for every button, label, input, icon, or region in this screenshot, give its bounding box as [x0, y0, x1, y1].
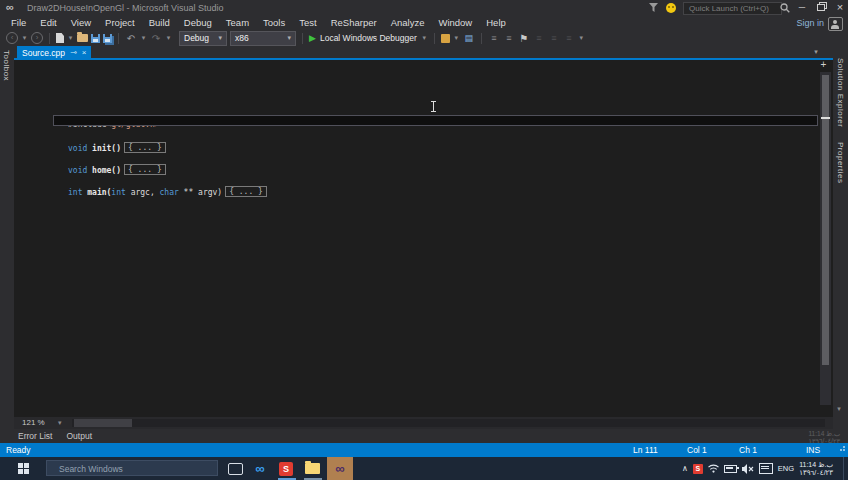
- status-line-number: Ln 111: [633, 445, 658, 455]
- menu-window[interactable]: Window: [431, 16, 479, 30]
- redo-icon[interactable]: ↷: [150, 32, 162, 45]
- task-view-icon[interactable]: [228, 463, 243, 475]
- horizontal-scrollbar-thumb[interactable]: [74, 419, 132, 427]
- pin-icon[interactable]: ⊸: [70, 48, 77, 57]
- menu-debug[interactable]: Debug: [177, 16, 219, 30]
- zoom-dropdown-icon[interactable]: ▾: [58, 419, 62, 427]
- collapsed-region[interactable]: { ... }: [124, 142, 166, 153]
- save-icon[interactable]: [91, 34, 100, 43]
- find-in-files-icon[interactable]: ▤: [463, 32, 475, 45]
- menu-analyze[interactable]: Analyze: [384, 16, 432, 30]
- redo-dropdown-icon[interactable]: ▾: [165, 34, 172, 42]
- code-editor[interactable]: #include<gl/glut.h> void init(){ ... } v…: [14, 60, 833, 417]
- error-list-tab[interactable]: Error List: [18, 431, 52, 441]
- undo-dropdown-icon[interactable]: ▾: [140, 34, 147, 42]
- document-list-dropdown-icon[interactable]: ▾: [810, 48, 822, 58]
- status-message: Ready: [6, 445, 31, 455]
- sign-in-link[interactable]: Sign in: [796, 18, 824, 28]
- start-button[interactable]: [0, 457, 46, 480]
- tray-chevron-up-icon[interactable]: ∧: [682, 464, 688, 473]
- navigate-forward-icon[interactable]: ›: [31, 32, 43, 44]
- code-line-home: void home(){ ... }: [68, 164, 166, 175]
- navigate-back-icon[interactable]: ‹: [6, 32, 18, 44]
- status-insert-mode: INS: [806, 445, 820, 455]
- tray-recorder-icon[interactable]: S: [693, 464, 703, 474]
- orange-tool-icon[interactable]: [441, 34, 450, 43]
- system-tray: ∧ S ENG 11:14 ب.ظ ١٣٩٦/٠٤/٢٣: [682, 457, 833, 480]
- orange-tool-dropdown-icon[interactable]: ▾: [453, 34, 460, 42]
- menu-edit[interactable]: Edit: [33, 16, 63, 30]
- menu-tools[interactable]: Tools: [256, 16, 292, 30]
- menu-view[interactable]: View: [64, 16, 98, 30]
- menu-test[interactable]: Test: [292, 16, 323, 30]
- file-explorer-taskbar-icon[interactable]: [300, 457, 324, 480]
- split-editor-handle[interactable]: +: [817, 60, 830, 71]
- wifi-icon[interactable]: [708, 464, 719, 473]
- menu-help[interactable]: Help: [479, 16, 513, 30]
- start-debugging-button[interactable]: ▶ Local Windows Debugger ▾: [309, 33, 428, 43]
- title-bar: ∞ Draw2DHouseInOpenGl - Microsoft Visual…: [0, 0, 848, 16]
- visual-studio-blue-taskbar-icon[interactable]: ∞: [248, 457, 272, 480]
- taskbar-clock[interactable]: 11:14 ب.ظ ١٣٩٦/٠٤/٢٣: [799, 461, 833, 477]
- play-icon: ▶: [309, 33, 316, 43]
- close-tab-icon[interactable]: ×: [82, 48, 87, 57]
- quick-launch-input[interactable]: Quick Launch (Ctrl+Q): [683, 2, 782, 15]
- vertical-scrollbar[interactable]: [820, 72, 831, 405]
- new-file-dropdown-icon[interactable]: ▾: [67, 34, 74, 42]
- right-tool-strip: Solution Explorer Properties: [833, 46, 848, 417]
- solution-platform-dropdown[interactable]: x86▾: [230, 31, 296, 46]
- volume-muted-icon[interactable]: [742, 464, 754, 474]
- maximize-button[interactable]: [813, 0, 829, 14]
- screen-recorder-taskbar-icon[interactable]: S: [274, 457, 298, 480]
- send-feedback-smiley-icon[interactable]: [666, 3, 676, 13]
- collapsed-region[interactable]: { ... }: [225, 186, 267, 197]
- properties-tab[interactable]: Properties: [836, 142, 845, 183]
- menu-project[interactable]: Project: [98, 16, 142, 30]
- resize-grip-icon[interactable]: [839, 445, 845, 451]
- user-avatar-icon[interactable]: [828, 17, 843, 31]
- solution-configuration-dropdown[interactable]: Debug▾: [179, 31, 227, 46]
- window-title: Draw2DHouseInOpenGl - Microsoft Visual S…: [27, 3, 223, 13]
- bookmark-icon[interactable]: ⚑: [518, 32, 530, 45]
- language-indicator[interactable]: ENG: [778, 464, 794, 473]
- zoom-level-control[interactable]: 121 %: [22, 418, 45, 427]
- toolbar-overflow-icon[interactable]: ▾: [578, 34, 585, 42]
- minimize-button[interactable]: ─: [794, 0, 810, 14]
- status-column-number: Col 1: [687, 445, 707, 455]
- tab-label: Source.cpp: [22, 48, 65, 58]
- menu-bar: File Edit View Project Build Debug Team …: [0, 16, 848, 30]
- output-tab[interactable]: Output: [66, 431, 92, 441]
- undo-icon[interactable]: ↶: [125, 32, 137, 45]
- toolbox-tab[interactable]: Toolbox: [2, 50, 11, 81]
- solution-explorer-tab[interactable]: Solution Explorer: [836, 58, 845, 127]
- menu-build[interactable]: Build: [142, 16, 177, 30]
- open-file-icon[interactable]: [77, 34, 88, 42]
- touch-keyboard-icon[interactable]: [759, 463, 773, 474]
- visual-studio-active-taskbar-icon[interactable]: ∞: [327, 457, 353, 480]
- status-character-number: Ch 1: [739, 445, 757, 455]
- left-tool-strip: Toolbox: [0, 46, 14, 417]
- visual-studio-logo-icon: ∞: [6, 1, 14, 13]
- horizontal-scrollbar[interactable]: [72, 419, 825, 427]
- feedback-flag-icon[interactable]: [649, 3, 658, 12]
- clock-time: 11:14 ب.ظ: [799, 461, 833, 469]
- windows-taskbar: Search Windows ∞ S ∞ ∧ S ENG: [0, 457, 848, 480]
- taskbar-search-input[interactable]: Search Windows: [46, 460, 218, 476]
- show-desktop-button[interactable]: [843, 457, 848, 480]
- editor-bottom-bar: 121 % ▾: [14, 417, 833, 429]
- menu-team[interactable]: Team: [219, 16, 256, 30]
- text-cursor-ibeam: [431, 101, 436, 112]
- collapsed-region[interactable]: { ... }: [124, 164, 166, 175]
- battery-icon[interactable]: [724, 465, 737, 473]
- outdent-icon[interactable]: ≡: [503, 32, 515, 45]
- new-file-icon[interactable]: [56, 33, 64, 43]
- close-button[interactable]: ×: [832, 0, 848, 14]
- disabled-tool-icon: ≡: [533, 32, 545, 45]
- back-dropdown-icon[interactable]: ▾: [21, 34, 28, 42]
- menu-file[interactable]: File: [4, 16, 33, 30]
- menu-resharper[interactable]: ReSharper: [324, 16, 384, 30]
- current-line-highlight: [53, 115, 818, 126]
- save-all-icon[interactable]: [103, 34, 112, 43]
- scroll-down-arrow-icon[interactable]: ▾: [833, 405, 845, 415]
- indent-icon[interactable]: ≡: [488, 32, 500, 45]
